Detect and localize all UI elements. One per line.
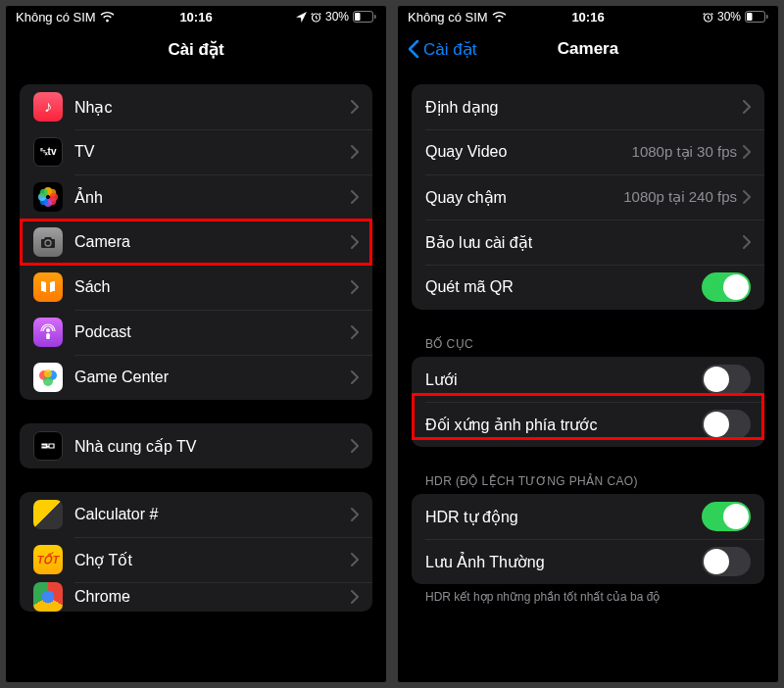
row-chotot[interactable]: TỐT Chợ Tốt	[20, 537, 372, 582]
svg-rect-2	[355, 13, 361, 21]
row-preserve-settings[interactable]: Bảo lưu cài đặt	[412, 220, 764, 265]
row-label: Nhạc	[74, 98, 351, 117]
status-time: 10:16	[179, 10, 212, 25]
row-label: Camera	[74, 233, 351, 251]
chevron-right-icon	[351, 439, 359, 453]
row-game-center[interactable]: Game Center	[20, 355, 372, 400]
row-slow-mo[interactable]: Quay chậm 1080p tại 240 fps	[412, 174, 764, 220]
row-detail: 1080p tại 240 fps	[623, 188, 737, 206]
toggle-grid[interactable]	[702, 365, 751, 394]
chevron-right-icon	[743, 100, 751, 114]
battery-percent: 30%	[717, 10, 741, 24]
chotot-icon: TỐT	[33, 545, 63, 574]
podcast-icon	[33, 318, 63, 347]
status-bar: Không có SIM 10:16 30%	[6, 6, 386, 27]
row-books[interactable]: Sách	[20, 265, 372, 310]
chevron-right-icon	[351, 145, 359, 159]
content-scroll[interactable]: Định dạng Quay Video 1080p tại 30 fps Qu…	[398, 71, 778, 682]
toggle-auto-hdr[interactable]	[702, 502, 751, 531]
nav-header: Cài đặt	[6, 27, 386, 71]
alarm-icon	[311, 12, 321, 23]
row-camera[interactable]: Camera	[20, 220, 372, 265]
row-label: Bảo lưu cài đặt	[425, 233, 743, 252]
row-label: Sách	[74, 278, 351, 296]
svg-point-13	[46, 328, 50, 332]
row-mirror-front[interactable]: Đối xứng ảnh phía trước	[412, 402, 764, 447]
page-title: Camera	[558, 39, 618, 59]
chevron-right-icon	[351, 508, 359, 521]
row-label: Lưới	[425, 370, 702, 389]
row-label: Đối xứng ảnh phía trước	[425, 416, 702, 434]
carrier-text: Không có SIM	[408, 10, 488, 25]
tv-icon: ␃tv	[33, 137, 63, 167]
row-format[interactable]: Định dạng	[412, 84, 764, 129]
row-chrome[interactable]: Chrome	[20, 582, 372, 612]
content-scroll[interactable]: ♪ Nhạc ␃tv TV Ảnh Camera	[6, 71, 386, 682]
group-third-party: Calculator # TỐT Chợ Tốt Chrome	[20, 492, 372, 612]
chevron-right-icon	[351, 100, 359, 114]
page-title: Cài đặt	[168, 39, 223, 60]
books-icon	[33, 272, 63, 302]
battery-icon	[353, 11, 376, 23]
chrome-icon	[33, 582, 63, 612]
nav-header: Cài đặt Camera	[398, 27, 778, 71]
row-label: Định dạng	[425, 98, 743, 117]
calculator-icon	[33, 500, 63, 529]
row-label: Quét mã QR	[425, 278, 702, 296]
wifi-icon	[492, 12, 507, 23]
row-auto-hdr[interactable]: HDR tự động	[412, 494, 764, 539]
row-keep-normal[interactable]: Lưu Ảnh Thường	[412, 539, 764, 584]
battery-percent: 30%	[325, 10, 349, 24]
svg-rect-20	[747, 13, 753, 21]
music-icon: ♪	[33, 92, 63, 122]
chevron-right-icon	[351, 553, 359, 566]
location-icon	[296, 12, 307, 23]
camera-icon	[33, 227, 63, 257]
row-label: TV	[74, 143, 351, 161]
row-scan-qr[interactable]: Quét mã QR	[412, 265, 764, 310]
row-label: Nhà cung cấp TV	[74, 437, 351, 456]
left-screen: Không có SIM 10:16 30% Cài đặt ♪ Nhạ	[6, 6, 386, 682]
row-record-video[interactable]: Quay Video 1080p tại 30 fps	[412, 129, 764, 174]
photos-icon	[33, 182, 63, 212]
svg-rect-3	[374, 15, 376, 19]
chevron-right-icon	[351, 370, 359, 384]
group-hdr: HDR tự động Lưu Ảnh Thường	[412, 494, 764, 584]
group-tv-provider: Nhà cung cấp TV	[20, 423, 372, 468]
chevron-right-icon	[743, 190, 751, 204]
chevron-right-icon	[351, 590, 359, 604]
status-bar: Không có SIM 10:16 30%	[398, 6, 778, 27]
wifi-icon	[100, 12, 115, 23]
row-label: Quay Video	[425, 143, 632, 161]
row-tv-provider[interactable]: Nhà cung cấp TV	[20, 423, 372, 468]
row-podcast[interactable]: Podcast	[20, 310, 372, 355]
status-time: 10:16	[571, 10, 604, 25]
toggle-keep-normal[interactable]	[702, 547, 751, 576]
row-label: Chợ Tốt	[74, 551, 351, 569]
row-label: Game Center	[74, 369, 351, 386]
group-layout: Lưới Đối xứng ảnh phía trước	[412, 357, 764, 447]
row-music[interactable]: ♪ Nhạc	[20, 84, 372, 129]
svg-point-17	[44, 369, 52, 377]
back-label: Cài đặt	[423, 39, 476, 60]
svg-rect-21	[766, 15, 768, 19]
group-camera-main: Định dạng Quay Video 1080p tại 30 fps Qu…	[412, 84, 764, 310]
chevron-right-icon	[351, 190, 359, 204]
row-label: Calculator #	[74, 506, 351, 523]
toggle-scan-qr[interactable]	[702, 272, 751, 302]
row-detail: 1080p tại 30 fps	[632, 143, 737, 161]
svg-point-16	[43, 376, 53, 386]
hdr-footer-note: HDR kết hợp những phần tốt nhất của ba đ…	[412, 584, 764, 612]
row-photos[interactable]: Ảnh	[20, 174, 372, 220]
row-label: Ảnh	[74, 188, 351, 207]
toggle-mirror-front[interactable]	[702, 410, 751, 439]
row-label: HDR tự động	[425, 508, 702, 526]
chevron-right-icon	[351, 235, 359, 249]
chevron-right-icon	[351, 325, 359, 339]
back-button[interactable]: Cài đặt	[408, 39, 476, 60]
row-label: Quay chậm	[425, 188, 623, 207]
row-grid[interactable]: Lưới	[412, 357, 764, 402]
row-tv[interactable]: ␃tv TV	[20, 129, 372, 174]
row-calculator[interactable]: Calculator #	[20, 492, 372, 537]
battery-icon	[745, 11, 768, 23]
